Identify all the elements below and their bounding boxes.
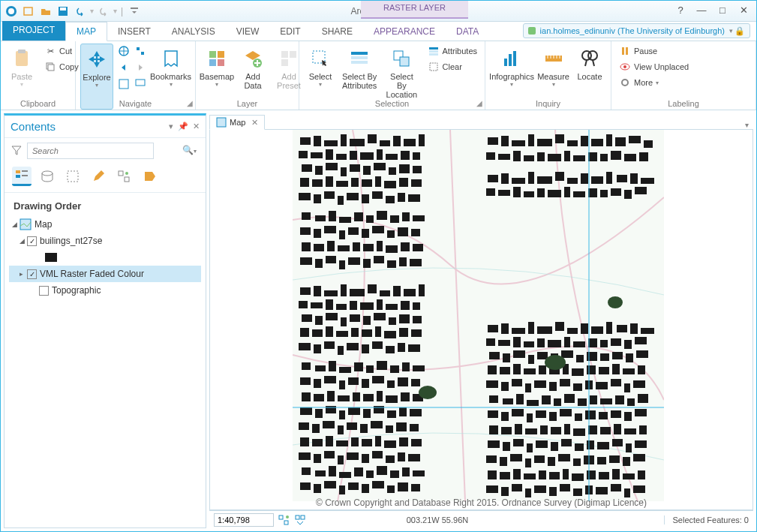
list-by-editing-icon[interactable]: [89, 167, 108, 186]
navigate-expand-icon[interactable]: ◢: [187, 99, 193, 107]
save-icon[interactable]: [56, 4, 71, 19]
list-by-labeling-icon[interactable]: [140, 167, 159, 186]
zoom-to-sel-icon[interactable]: [133, 77, 148, 92]
svg-rect-473: [549, 472, 560, 479]
svg-rect-235: [339, 380, 345, 389]
svg-rect-109: [528, 134, 534, 146]
svg-rect-205: [336, 331, 348, 337]
pane-menu-icon[interactable]: ▾: [169, 122, 173, 131]
open-project-icon[interactable]: [38, 4, 53, 19]
svg-rect-345: [581, 323, 588, 334]
collapse-icon[interactable]: ◢: [12, 221, 20, 228]
attributes-button[interactable]: Attributes: [425, 44, 480, 59]
fixed-zoom-in-icon[interactable]: [133, 44, 148, 59]
tab-data[interactable]: DATA: [446, 23, 489, 41]
qat-customize-icon[interactable]: [127, 4, 142, 19]
tab-analysis[interactable]: ANALYSIS: [161, 23, 226, 41]
ribbon-tabs: PROJECT MAP INSERT ANALYSIS VIEW EDIT SH…: [1, 22, 756, 41]
expand-icon[interactable]: ▸: [20, 270, 27, 278]
svg-rect-88: [326, 176, 333, 187]
search-icon[interactable]: 🔍▾: [182, 145, 197, 155]
svg-rect-221: [408, 344, 420, 352]
tree-map-root[interactable]: ◢ Map: [9, 216, 201, 233]
tab-view[interactable]: VIEW: [226, 23, 270, 41]
redo-icon[interactable]: [96, 4, 111, 19]
tree-layer-topographic[interactable]: Topographic: [9, 282, 201, 299]
svg-rect-237: [362, 379, 369, 388]
svg-rect-13: [119, 80, 128, 89]
svg-rect-346: [591, 326, 603, 334]
tab-map[interactable]: MAP: [65, 22, 107, 41]
snap-to-grid-icon[interactable]: [277, 513, 290, 527]
svg-rect-54: [217, 118, 226, 127]
svg-point-496: [419, 386, 437, 399]
map-canvas[interactable]: [293, 130, 664, 501]
layer-label: Topographic: [52, 285, 101, 296]
undo-icon[interactable]: [73, 4, 88, 19]
search-input[interactable]: [27, 143, 154, 159]
svg-rect-309: [387, 485, 395, 493]
svg-rect-320: [591, 176, 603, 184]
svg-rect-123: [537, 152, 545, 161]
tree-layer-buildings[interactable]: ◢ ✓ builings_nt27se: [9, 233, 201, 249]
next-extent-icon[interactable]: [133, 60, 148, 75]
tab-insert[interactable]: INSERT: [107, 23, 161, 41]
tab-appearance[interactable]: APPEARANCE: [363, 23, 446, 41]
svg-rect-455: [486, 455, 497, 463]
map-view[interactable]: © Crown Copyright and Database Right 201…: [209, 130, 753, 510]
dynamic-constraints-icon[interactable]: [293, 513, 307, 527]
svg-rect-395: [549, 382, 557, 391]
svg-point-43: [622, 80, 628, 86]
clear-button[interactable]: Clear: [425, 59, 480, 74]
svg-rect-234: [324, 376, 336, 383]
zoom-tool-icon[interactable]: [116, 77, 131, 92]
pause-button[interactable]: Pause: [616, 44, 692, 59]
new-project-icon[interactable]: [21, 4, 36, 19]
tab-edit[interactable]: EDIT: [269, 23, 311, 41]
list-by-snapping-icon[interactable]: [114, 167, 134, 186]
svg-rect-26: [351, 61, 368, 64]
svg-rect-475: [572, 473, 584, 481]
tree-layer-vml-raster[interactable]: ▸ ✓ VML Raster Faded Colour: [9, 266, 201, 282]
svg-rect-90: [351, 178, 359, 187]
list-by-selection-icon[interactable]: [63, 167, 83, 186]
svg-rect-189: [386, 304, 398, 310]
scale-input[interactable]: [214, 513, 274, 527]
svg-rect-256: [348, 407, 360, 415]
close-icon[interactable]: ✕: [734, 4, 753, 19]
view-unplaced-button[interactable]: View Unplaced: [616, 59, 692, 74]
tree-layer-swatch[interactable]: [9, 249, 201, 266]
pane-pin-icon[interactable]: 📌: [178, 122, 188, 131]
svg-rect-390: [486, 380, 498, 388]
layer-checkbox[interactable]: [39, 286, 49, 296]
svg-rect-296: [354, 467, 363, 476]
project-tab[interactable]: PROJECT: [2, 21, 65, 41]
app-icon[interactable]: [4, 4, 19, 19]
tab-share[interactable]: SHARE: [311, 23, 363, 41]
filter-icon[interactable]: [11, 144, 24, 158]
layer-checkbox[interactable]: ✓: [27, 269, 37, 279]
svg-rect-141: [413, 215, 425, 221]
map-tab[interactable]: Map ✕: [209, 115, 265, 130]
map-views-menu-icon[interactable]: ▾: [740, 121, 753, 129]
list-by-drawing-order-icon[interactable]: [12, 167, 32, 186]
svg-rect-143: [314, 229, 321, 238]
list-by-source-icon[interactable]: [38, 167, 57, 186]
svg-rect-128: [600, 154, 608, 161]
collapse-icon[interactable]: ◢: [20, 237, 27, 245]
user-account-pill[interactable]: ian.holmes_edinuniv (The University of E…: [523, 23, 750, 38]
help-icon[interactable]: ?: [671, 4, 690, 19]
svg-rect-178: [380, 290, 390, 296]
full-extent-icon[interactable]: [116, 44, 131, 59]
svg-rect-303: [314, 484, 321, 493]
more-button[interactable]: More ▾: [616, 75, 692, 90]
layer-checkbox[interactable]: ✓: [27, 236, 37, 246]
svg-rect-418: [512, 409, 524, 416]
selection-expand-icon[interactable]: ◢: [476, 99, 482, 107]
pane-close-icon[interactable]: ✕: [193, 122, 200, 131]
maximize-icon[interactable]: □: [713, 4, 732, 19]
prev-extent-icon[interactable]: [116, 60, 131, 75]
svg-rect-47: [22, 175, 28, 176]
minimize-icon[interactable]: —: [692, 4, 711, 19]
map-tab-close-icon[interactable]: ✕: [251, 118, 258, 128]
